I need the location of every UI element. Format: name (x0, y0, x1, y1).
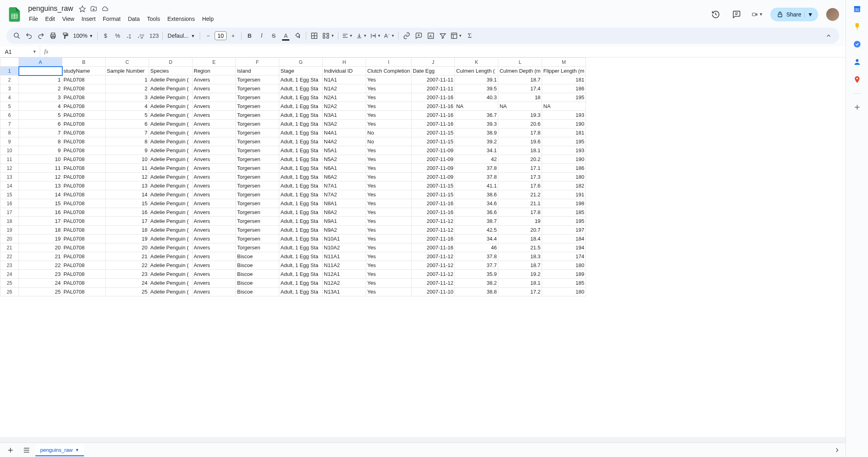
decrease-decimal-button[interactable]: 0 (124, 30, 135, 42)
cell[interactable]: 10 (19, 155, 62, 164)
cell[interactable]: 21.2 (498, 190, 542, 199)
cell[interactable]: 37.8 (455, 173, 498, 182)
cell[interactable]: 2007-11-10 (411, 288, 455, 296)
cell[interactable]: 7 (106, 129, 149, 137)
cell[interactable]: 2007-11-09 (411, 173, 455, 182)
cell[interactable]: 10 (106, 155, 149, 164)
cell[interactable]: Stage (279, 67, 323, 75)
cell[interactable]: 39.2 (455, 137, 498, 146)
cell[interactable]: N13A1 (323, 288, 366, 296)
row-header[interactable]: 25 (0, 279, 19, 288)
cell[interactable]: 25 (106, 288, 149, 296)
cell[interactable]: 41.1 (455, 182, 498, 190)
cell[interactable]: 12 (106, 173, 149, 182)
cell[interactable]: 193 (542, 111, 586, 120)
cell[interactable]: Torgersen (236, 102, 279, 111)
cell[interactable]: 12 (19, 173, 62, 182)
redo-icon[interactable] (35, 30, 47, 42)
cell[interactable]: 36.6 (455, 208, 498, 217)
cell[interactable]: Torgersen (236, 84, 279, 93)
row-header[interactable]: 2 (0, 75, 19, 84)
cell[interactable]: Yes (366, 155, 411, 164)
cell[interactable]: Adelie Penguin ( (149, 261, 192, 270)
cell[interactable]: PAL0708 (62, 235, 106, 243)
cell[interactable]: Adult, 1 Egg Sta (279, 190, 323, 199)
fill-color-button[interactable] (292, 30, 303, 42)
cell[interactable]: 19 (19, 235, 62, 243)
cell[interactable]: Culmen Depth (m (498, 67, 542, 75)
cell[interactable]: Anvers (192, 226, 236, 235)
cell[interactable]: 38.9 (455, 129, 498, 137)
menu-tools[interactable]: Tools (144, 14, 164, 24)
cell[interactable]: 4 (19, 102, 62, 111)
cell[interactable]: N9A1 (323, 217, 366, 226)
cell[interactable]: Adelie Penguin ( (149, 75, 192, 84)
col-header-I[interactable]: I (366, 58, 411, 67)
cell[interactable]: 8 (106, 137, 149, 146)
cell[interactable]: 2007-11-15 (411, 190, 455, 199)
menu-format[interactable]: Format (100, 14, 124, 24)
cell[interactable]: N6A2 (323, 173, 366, 182)
cell[interactable]: Adult, 1 Egg Sta (279, 111, 323, 120)
col-header-L[interactable]: L (498, 58, 542, 67)
cell[interactable]: PAL0708 (62, 252, 106, 261)
menu-insert[interactable]: Insert (78, 14, 99, 24)
cell[interactable]: 39.1 (455, 75, 498, 84)
cell[interactable]: 3 (19, 93, 62, 102)
sheet-tab[interactable]: penguins_raw ▼ (35, 445, 84, 456)
cell[interactable]: Anvers (192, 155, 236, 164)
cell[interactable]: Biscoe (236, 270, 279, 279)
row-header[interactable]: 11 (0, 155, 19, 164)
name-box[interactable]: A1 ▼ (0, 46, 40, 57)
cell[interactable]: 174 (542, 252, 586, 261)
cell[interactable]: 23 (106, 270, 149, 279)
cell[interactable]: Anvers (192, 217, 236, 226)
cell[interactable]: Yes (366, 146, 411, 155)
tasks-icon[interactable] (853, 40, 861, 48)
cell[interactable]: 17.6 (498, 182, 542, 190)
cell[interactable]: Yes (366, 235, 411, 243)
cell[interactable]: Torgersen (236, 137, 279, 146)
cell[interactable]: Region (192, 67, 236, 75)
row-header[interactable]: 15 (0, 190, 19, 199)
cell[interactable]: Adult, 1 Egg Sta (279, 137, 323, 146)
cell[interactable]: PAL0708 (62, 137, 106, 146)
keep-icon[interactable] (853, 22, 861, 31)
cell[interactable]: No (366, 137, 411, 146)
cell[interactable]: PAL0708 (62, 129, 106, 137)
cell[interactable]: N1A2 (323, 84, 366, 93)
bold-button[interactable]: B (244, 30, 255, 42)
cell[interactable]: Anvers (192, 111, 236, 120)
all-sheets-button[interactable] (19, 445, 34, 456)
font-size-input[interactable] (215, 31, 227, 40)
cell[interactable]: 2007-11-16 (411, 93, 455, 102)
cell[interactable]: 19.6 (498, 137, 542, 146)
cell[interactable]: PAL0708 (62, 226, 106, 235)
cell[interactable]: 20 (106, 243, 149, 252)
cell[interactable]: 180 (542, 173, 586, 182)
cell[interactable]: studyName (62, 67, 106, 75)
cell[interactable]: PAL0708 (62, 279, 106, 288)
cell[interactable]: PAL0708 (62, 261, 106, 270)
cell[interactable]: Flipper Length (m (542, 67, 586, 75)
cell[interactable]: Biscoe (236, 279, 279, 288)
cell[interactable]: 2007-11-15 (411, 129, 455, 137)
cell[interactable]: Adelie Penguin ( (149, 235, 192, 243)
cell[interactable]: NA (542, 102, 586, 111)
menu-help[interactable]: Help (199, 14, 217, 24)
cell[interactable]: Yes (366, 84, 411, 93)
cell[interactable]: 18.1 (498, 279, 542, 288)
cell[interactable]: Torgersen (236, 190, 279, 199)
explore-button[interactable] (832, 445, 842, 455)
cell[interactable]: Yes (366, 226, 411, 235)
cell[interactable]: 34.1 (455, 146, 498, 155)
cell[interactable]: 2007-11-09 (411, 164, 455, 173)
cell[interactable]: PAL0708 (62, 182, 106, 190)
cell[interactable]: Anvers (192, 146, 236, 155)
cell[interactable]: N5A1 (323, 146, 366, 155)
row-header[interactable]: 20 (0, 235, 19, 243)
cell[interactable]: No (366, 129, 411, 137)
cell[interactable]: 193 (542, 146, 586, 155)
row-header[interactable]: 1 (0, 67, 19, 75)
menu-view[interactable]: View (59, 14, 78, 24)
